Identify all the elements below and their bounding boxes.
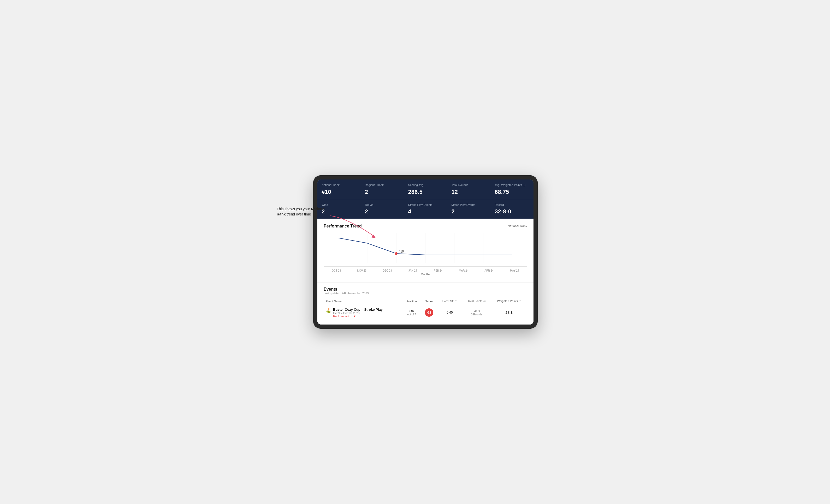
annotation-text: This shows you your National Rank trend … [277,207,325,216]
stat-record: Record 32-8-0 [490,199,534,219]
month-jan24: JAN 24 [400,269,426,272]
month-may24: MAY 24 [502,269,528,272]
col-event-sg: Event SG ⓘ [437,298,462,305]
event-position: 6th out of 7 [403,305,421,321]
event-name-cell: ⛳ Buster Cozy Cup – Stroke Play Oct 9 – … [324,305,403,321]
events-last-updated: Last updated: 24th November 2023 [324,292,527,295]
score-badge: -22 [425,308,433,317]
tablet-frame: National Rank #10 Regional Rank 2 Scorin… [313,175,538,329]
col-weighted-points: Weighted Points ⓘ [491,298,527,305]
performance-header: Performance Trend National Rank [324,224,527,229]
col-position: Position [403,298,421,305]
stats-grid-row1: National Rank #10 Regional Rank 2 Scorin… [317,179,534,199]
golf-icon: ⛳ [326,308,331,313]
outer-wrapper: This shows you your National Rank trend … [277,165,553,339]
stat-scoring-avg: Scoring Avg. 286.5 [404,179,447,199]
total-points-value: 28.3 3 Rounds [462,305,491,321]
month-apr24: APR 24 [476,269,502,272]
stats-grid-row2: Wins 2 Top 3s 2 Stroke Play Events 4 Mat… [317,199,534,219]
stat-regional-rank: Regional Rank 2 [361,179,404,199]
col-event-name: Event Name [324,298,403,305]
performance-subtitle: National Rank [508,224,527,228]
events-section: Events Last updated: 24th November 2023 … [317,282,534,325]
weighted-points-value: 28.3 [491,305,527,321]
performance-title: Performance Trend [324,224,362,229]
stat-top3s: Top 3s 2 [361,199,404,219]
chart-x-label: Months [324,273,527,276]
events-table: Event Name Position Score Event SG ⓘ Tot… [324,298,527,321]
svg-point-8 [395,252,397,255]
rank-impact: Rank Impact: 3 ▼ [333,314,383,318]
annotation: This shows you your National Rank trend … [277,207,329,217]
chart-svg: #10 [324,233,527,267]
chart-months: OCT 23 NOV 23 DEC 23 JAN 24 FEB 24 MAR 2… [324,268,527,273]
event-sg-value: 0.45 [437,305,462,321]
event-score: -22 [421,305,437,321]
month-dec23: DEC 23 [375,269,400,272]
stat-total-rounds: Total Rounds 12 [447,179,490,199]
month-oct23: OCT 23 [324,269,349,272]
performance-chart: #10 [324,233,527,267]
events-title: Events [324,287,527,292]
table-row: ⛳ Buster Cozy Cup – Stroke Play Oct 9 – … [324,305,527,321]
month-nov23: NOV 23 [349,269,375,272]
stat-match-play: Match Play Events 2 [447,199,490,219]
stat-avg-weighted-points: Avg. Weighted Points ⓘ 68.75 [490,179,534,199]
col-score: Score [421,298,437,305]
tablet-screen: National Rank #10 Regional Rank 2 Scorin… [317,179,534,325]
col-total-points: Total Points ⓘ [462,298,491,305]
stat-stroke-play: Stroke Play Events 4 [404,199,447,219]
event-name: Buster Cozy Cup – Stroke Play [333,308,383,311]
month-mar24: MAR 24 [451,269,477,272]
month-feb24: FEB 24 [425,269,451,272]
svg-text:#10: #10 [399,250,404,253]
event-date: Oct 9 – Oct 10, 2023 [333,311,383,314]
stat-national-rank: National Rank #10 [317,179,360,199]
performance-section: Performance Trend National Rank [317,219,534,282]
